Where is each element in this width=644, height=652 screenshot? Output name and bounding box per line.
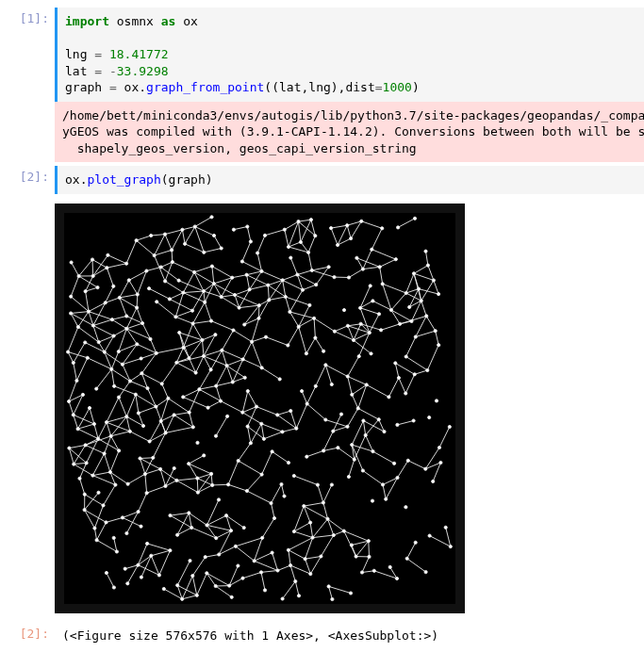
svg-line-602	[426, 252, 428, 266]
svg-line-159	[197, 573, 207, 595]
svg-line-125	[182, 595, 197, 599]
svg-line-164	[120, 280, 129, 298]
svg-point-961	[397, 376, 400, 379]
svg-line-467	[369, 541, 370, 557]
svg-point-940	[424, 570, 427, 573]
svg-point-724	[167, 397, 170, 399]
svg-point-885	[332, 430, 335, 432]
svg-point-660	[87, 310, 90, 313]
svg-point-910	[297, 220, 300, 222]
svg-line-298	[204, 356, 227, 366]
svg-line-206	[168, 399, 189, 413]
svg-line-366	[261, 424, 264, 439]
svg-line-162	[107, 264, 126, 269]
prompt-in-2: [2]:	[0, 166, 55, 194]
svg-point-700	[125, 315, 128, 318]
svg-line-280	[165, 235, 172, 251]
svg-line-310	[278, 565, 291, 570]
svg-point-993	[434, 330, 437, 333]
svg-point-935	[383, 430, 386, 432]
svg-point-821	[271, 450, 273, 453]
svg-line-196	[129, 280, 138, 294]
svg-point-614	[68, 399, 71, 402]
svg-point-679	[110, 318, 113, 321]
svg-line-205	[162, 363, 177, 384]
svg-point-963	[412, 419, 415, 422]
svg-point-907	[371, 499, 373, 502]
svg-point-857	[316, 483, 319, 486]
svg-line-304	[239, 443, 251, 461]
svg-line-158	[192, 557, 205, 576]
svg-point-881	[297, 325, 300, 328]
svg-line-85	[72, 262, 79, 276]
svg-point-931	[352, 338, 355, 341]
svg-point-898	[314, 336, 317, 339]
svg-point-856	[305, 455, 308, 458]
svg-line-372	[294, 523, 310, 532]
svg-point-846	[232, 228, 235, 231]
svg-point-979	[381, 227, 384, 230]
svg-point-789	[181, 228, 184, 231]
svg-line-474	[290, 258, 297, 275]
svg-point-996	[424, 250, 427, 253]
code-input-1[interactable]: import osmnx as ox lng = 18.41772 lat = …	[55, 8, 644, 102]
svg-line-201	[142, 323, 150, 339]
svg-point-730	[215, 536, 218, 539]
svg-line-40	[68, 327, 78, 352]
svg-point-951	[428, 534, 431, 537]
svg-line-570	[380, 259, 396, 267]
svg-line-390	[262, 367, 280, 379]
svg-line-554	[363, 250, 372, 269]
svg-line-117	[145, 474, 147, 493]
svg-line-505	[348, 356, 359, 376]
svg-line-22	[74, 395, 83, 415]
svg-point-781	[219, 399, 222, 402]
svg-line-376	[305, 556, 322, 559]
svg-line-359	[222, 295, 235, 297]
svg-point-708	[164, 432, 167, 434]
svg-point-736	[148, 287, 151, 290]
svg-line-284	[173, 262, 194, 272]
svg-point-968	[360, 220, 363, 222]
svg-line-181	[161, 399, 169, 421]
svg-line-35	[107, 517, 124, 522]
svg-line-23	[74, 415, 94, 424]
code-input-2[interactable]: ox.plot_graph(graph)	[55, 166, 644, 194]
svg-line-350	[195, 217, 212, 226]
svg-point-678	[104, 302, 107, 304]
svg-point-969	[371, 248, 373, 251]
svg-point-835	[260, 367, 263, 369]
svg-point-663	[103, 350, 106, 353]
svg-point-917	[351, 393, 354, 396]
svg-line-273	[228, 461, 239, 484]
svg-line-601	[436, 331, 439, 345]
svg-point-905	[353, 458, 355, 461]
svg-point-606	[73, 463, 75, 465]
svg-point-886	[337, 447, 339, 449]
svg-point-758	[178, 331, 181, 334]
svg-point-849	[248, 288, 251, 291]
svg-line-47	[98, 422, 107, 438]
svg-point-801	[249, 442, 252, 445]
svg-line-418	[306, 450, 323, 456]
svg-line-598	[421, 301, 427, 316]
svg-line-257	[175, 311, 192, 318]
svg-line-203	[157, 348, 184, 353]
svg-line-194	[216, 586, 232, 597]
svg-point-738	[175, 361, 178, 364]
svg-line-82	[151, 550, 170, 556]
svg-line-285	[179, 281, 204, 291]
svg-point-648	[109, 434, 112, 437]
svg-line-399	[313, 519, 328, 538]
svg-line-433	[269, 297, 286, 300]
svg-point-848	[245, 273, 248, 276]
prompt-in-1: [1]:	[0, 8, 55, 162]
svg-point-693	[189, 559, 191, 562]
svg-point-647	[105, 421, 107, 424]
svg-point-938	[405, 506, 407, 509]
svg-line-582	[406, 273, 414, 293]
svg-line-348	[295, 581, 299, 595]
svg-line-186	[176, 481, 198, 493]
svg-point-833	[243, 323, 246, 326]
svg-line-352	[204, 248, 221, 252]
